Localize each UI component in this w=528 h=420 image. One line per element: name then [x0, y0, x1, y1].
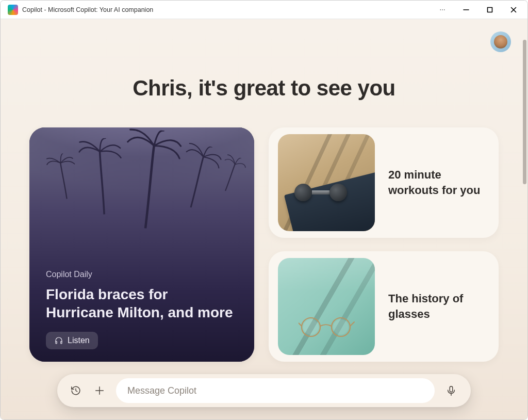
- avatar-image: [494, 35, 507, 49]
- svg-point-1: [442, 9, 442, 10]
- copilot-daily-card[interactable]: Copilot Daily Florida braces for Hurrica…: [29, 127, 254, 362]
- suggestion-title: 20 minute workouts for you: [388, 167, 489, 198]
- maximize-button[interactable]: [478, 1, 502, 19]
- headphones-icon: [54, 336, 63, 345]
- listen-button[interactable]: Listen: [46, 332, 98, 349]
- svg-rect-13: [450, 386, 453, 392]
- daily-headline: Florida braces for Hurricane Milton, and…: [46, 285, 238, 321]
- cards-row: Copilot Daily Florida braces for Hurrica…: [29, 127, 499, 362]
- svg-point-2: [444, 9, 444, 10]
- message-input-container: [116, 378, 435, 403]
- history-icon: [70, 385, 81, 396]
- suggestions-column: 20 minute workouts for you The history o…: [269, 127, 499, 362]
- minimize-button[interactable]: [454, 1, 478, 19]
- suggestion-title: The history of glasses: [388, 291, 489, 321]
- app-body: Chris, it's great to see you: [1, 19, 527, 419]
- add-button[interactable]: [89, 380, 110, 401]
- close-icon: [510, 7, 517, 13]
- close-button[interactable]: [502, 1, 525, 19]
- titlebar: Copilot - Microsoft Copilot: Your AI com…: [1, 1, 527, 19]
- workout-image: [278, 134, 375, 231]
- message-input[interactable]: [127, 385, 423, 396]
- more-button[interactable]: [431, 1, 454, 19]
- greeting-heading: Chris, it's great to see you: [1, 76, 527, 101]
- glasses-image: [278, 258, 375, 355]
- composer: [57, 374, 471, 407]
- eyeglasses-icon: [299, 315, 355, 340]
- listen-label: Listen: [68, 336, 90, 345]
- daily-content: Copilot Daily Florida braces for Hurrica…: [46, 270, 238, 349]
- microphone-button[interactable]: [441, 380, 461, 401]
- svg-point-0: [440, 9, 441, 10]
- microphone-icon: [446, 385, 457, 396]
- window-title: Copilot - Microsoft Copilot: Your AI com…: [22, 6, 153, 13]
- copilot-logo-icon: [8, 5, 18, 15]
- suggestion-card-glasses[interactable]: The history of glasses: [269, 251, 499, 362]
- history-button[interactable]: [65, 380, 86, 401]
- profile-avatar[interactable]: [490, 31, 511, 52]
- maximize-icon: [487, 7, 493, 13]
- daily-eyebrow: Copilot Daily: [46, 270, 238, 279]
- svg-rect-4: [488, 7, 492, 12]
- suggestion-card-workouts[interactable]: 20 minute workouts for you: [269, 127, 499, 238]
- ellipsis-icon: [439, 7, 446, 13]
- minimize-icon: [463, 7, 469, 13]
- svg-point-10: [333, 319, 349, 335]
- palm-trees-art: [29, 127, 254, 241]
- scrollbar[interactable]: [523, 40, 526, 184]
- svg-point-9: [303, 319, 319, 335]
- plus-icon: [94, 385, 105, 396]
- composer-wrap: [1, 374, 527, 407]
